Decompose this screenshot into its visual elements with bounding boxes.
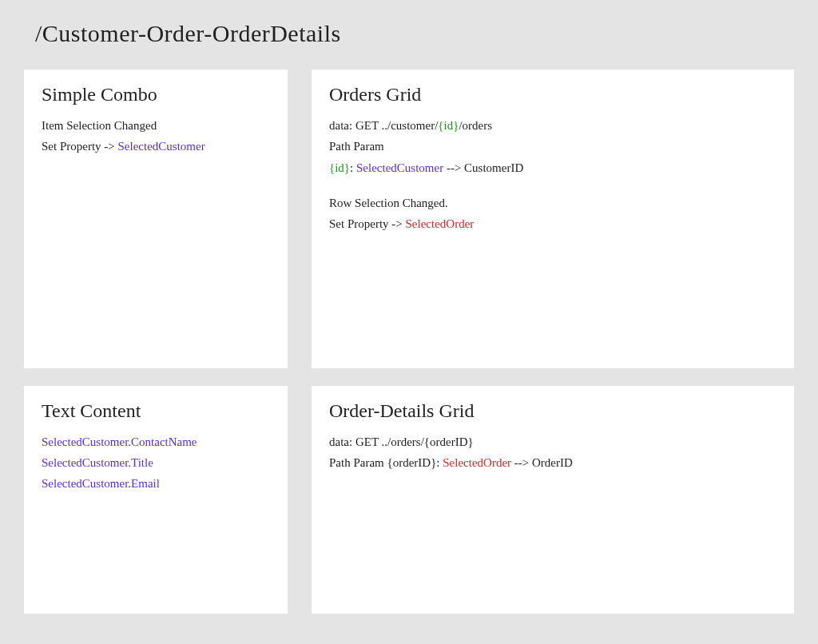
orders-pathparam-line: {id}: SelectedCustomer --> CustomerID <box>329 157 776 178</box>
orders-data-label: data: GET ../customer/ <box>329 119 438 132</box>
textcontent-l3: SelectedCustomer.Email <box>42 473 270 494</box>
orderdetails-pp-prefix: Path Param {orderID}: <box>329 456 443 469</box>
orders-setprop-prefix: Set Property -> <box>329 217 406 230</box>
card-text-content: Text Content SelectedCustomer.ContactNam… <box>24 386 288 614</box>
orders-pp-id: {id} <box>329 161 350 174</box>
card-simple-combo: Simple Combo Item Selection Changed Set … <box>24 70 288 368</box>
orders-data-line: data: GET ../customer/{id}/orders <box>329 115 776 136</box>
orders-data-id: {id} <box>438 119 459 132</box>
page-title: /Customer-Order-OrderDetails <box>35 20 794 47</box>
textcontent-l1: SelectedCustomer.ContactName <box>42 431 270 452</box>
textcontent-l2: SelectedCustomer.Title <box>42 452 270 473</box>
orders-setprop-prop: SelectedOrder <box>406 217 475 230</box>
orderdetails-heading: Order-Details Grid <box>329 400 776 422</box>
orders-rowsel: Row Selection Changed. <box>329 193 776 213</box>
card-order-details-grid: Order-Details Grid data: GET ../orders/{… <box>312 386 794 614</box>
textcontent-heading: Text Content <box>42 400 270 422</box>
orders-setprop-line: Set Property -> SelectedOrder <box>329 213 776 234</box>
orderdetails-data-line: data: GET ../orders/{orderID} <box>329 431 776 452</box>
orders-pathparam-label: Path Param <box>329 136 776 157</box>
orders-data-tail: /orders <box>459 119 492 132</box>
orders-pp-mid: : <box>350 161 356 174</box>
combo-line2: Set Property -> SelectedCustomer <box>42 136 270 157</box>
combo-heading: Simple Combo <box>42 84 270 105</box>
orders-pp-tail: --> CustomerID <box>443 161 523 174</box>
orders-pp-prop: SelectedCustomer <box>356 161 443 174</box>
layout-grid: Simple Combo Item Selection Changed Set … <box>24 70 794 614</box>
card-orders-grid: Orders Grid data: GET ../customer/{id}/o… <box>312 70 794 368</box>
orderdetails-pp-tail: --> OrderID <box>511 456 573 469</box>
combo-line1: Item Selection Changed <box>42 115 270 136</box>
orders-heading: Orders Grid <box>329 84 776 105</box>
combo-setprop-value: SelectedCustomer <box>118 140 205 153</box>
orderdetails-pp-prop: SelectedOrder <box>443 456 511 469</box>
orderdetails-pathparam-line: Path Param {orderID}: SelectedOrder --> … <box>329 452 776 473</box>
combo-setprop-prefix: Set Property -> <box>42 140 118 153</box>
